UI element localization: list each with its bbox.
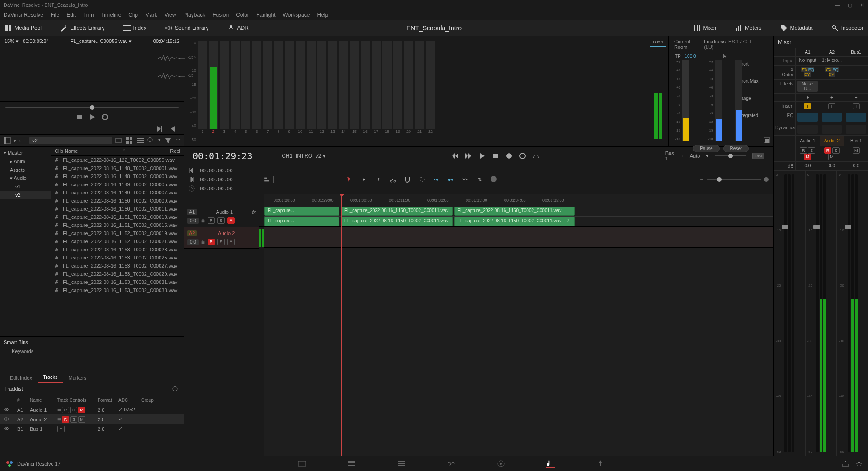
- timeline-name[interactable]: _CH1_INTRO_v2: [278, 153, 321, 159]
- record-button[interactable]: [505, 152, 513, 160]
- track-a1-arm[interactable]: R: [208, 217, 215, 224]
- bin-dropdown[interactable]: ▾: [14, 138, 16, 144]
- mixer-eq-1[interactable]: [820, 111, 844, 123]
- loudness-reset-button[interactable]: Reset: [723, 145, 749, 152]
- monitor-volume-slider[interactable]: [715, 155, 746, 156]
- flag-tool[interactable]: ▪▾: [433, 176, 440, 183]
- metadata-button[interactable]: Metadata: [780, 24, 813, 32]
- clip-row[interactable]: FL_capture_2022-08-16_1149_T0002_C00005.…: [51, 180, 184, 188]
- track-a1-vol[interactable]: 0.0: [187, 218, 199, 224]
- menu-mark[interactable]: Mark: [145, 12, 157, 18]
- ffwd-button[interactable]: [465, 152, 472, 160]
- tab-markers[interactable]: Markers: [63, 373, 92, 383]
- link-tool[interactable]: [418, 176, 425, 183]
- zoom-slider[interactable]: [707, 179, 761, 180]
- mixer-dynamics-0[interactable]: [795, 123, 820, 135]
- mixer-insert-2[interactable]: I: [844, 102, 868, 111]
- automation-icon[interactable]: [533, 152, 540, 160]
- preview-scrub-slider[interactable]: [5, 107, 179, 108]
- menu-help[interactable]: Help: [317, 12, 328, 18]
- bin-assets[interactable]: Assets: [0, 166, 51, 174]
- index-button[interactable]: Index: [123, 24, 146, 32]
- lock-icon[interactable]: [201, 218, 205, 223]
- page-color[interactable]: [496, 459, 505, 468]
- clip-row[interactable]: FL_capture_2022-08-16_1148_T0002_C00001.…: [51, 164, 184, 172]
- selection-tool[interactable]: [346, 176, 353, 183]
- clip-row[interactable]: FL_capture_2022-08-16_1150_T0002_C00011.…: [51, 205, 184, 213]
- loop-button[interactable]: [101, 113, 108, 121]
- wave-tool[interactable]: [462, 176, 469, 183]
- bin-fwd[interactable]: ›: [24, 138, 25, 143]
- mixer-menu[interactable]: ⋯: [858, 39, 863, 45]
- view-list-icon[interactable]: [137, 137, 144, 144]
- stop-button-tl[interactable]: [492, 152, 499, 160]
- view-thumb-icon[interactable]: [126, 137, 133, 144]
- clip-row[interactable]: FL_capture_2022-08-16_1151_T0002_C00015.…: [51, 221, 184, 229]
- mixer-dynamics-2[interactable]: [844, 123, 868, 135]
- play-button-tl[interactable]: [478, 152, 486, 160]
- fader-a1-db[interactable]: 0.0: [795, 162, 820, 170]
- clip-row[interactable]: FL_capture_2022-08-16_1153_T0002_C00029.…: [51, 270, 184, 278]
- fader-a2-db[interactable]: 0.0: [820, 162, 844, 170]
- menu-view[interactable]: View: [165, 12, 176, 18]
- tracklist-search-icon[interactable]: [172, 386, 179, 393]
- monitor-auto[interactable]: Auto: [690, 153, 700, 159]
- range-tool[interactable]: +: [360, 176, 368, 183]
- clip-row[interactable]: FL_capture_2022-08-16_1152_T0002_C00019.…: [51, 229, 184, 237]
- mixer-eq-2[interactable]: [844, 111, 868, 123]
- bin-path-input[interactable]: [29, 137, 112, 144]
- mixer-add-2[interactable]: +: [844, 94, 868, 101]
- menu-edit[interactable]: Edit: [66, 12, 76, 18]
- menu-fusion[interactable]: Fusion: [212, 12, 229, 18]
- page-edit[interactable]: [397, 459, 406, 468]
- audio-clip[interactable]: FL_capture_2022-08-16_1150_T0002_C00011.…: [454, 217, 575, 226]
- clip-row[interactable]: FL_capture_2022-08-16_122_T0002_C00055.w…: [51, 156, 184, 164]
- prev-button[interactable]: [169, 125, 176, 132]
- next-button[interactable]: [156, 125, 163, 132]
- search-icon[interactable]: [147, 137, 155, 144]
- mixer-dynamics-1[interactable]: [820, 123, 844, 135]
- mixer-input-0[interactable]: No Input: [795, 57, 820, 65]
- menu-playback[interactable]: Playback: [183, 12, 205, 18]
- page-cut[interactable]: [347, 459, 356, 468]
- track-a1-fx[interactable]: fx: [252, 209, 256, 215]
- track-a2-name[interactable]: Audio 2: [218, 231, 235, 236]
- clip-row[interactable]: FL_capture_2022-08-16_1153_T0002_C00027.…: [51, 262, 184, 270]
- timeline-playhead[interactable]: [341, 194, 342, 456]
- track-a1-lane[interactable]: FL_capture...FL_capture_2022-08-16_1150_…: [264, 206, 773, 227]
- clip-row[interactable]: FL_capture_2022-08-16_1149_T0002_C00007.…: [51, 188, 184, 197]
- home-icon[interactable]: [842, 460, 849, 467]
- mixer-fx-order-2[interactable]: [844, 66, 868, 79]
- timeline-timecode[interactable]: 00:01:29:23: [193, 151, 252, 161]
- search-collapse[interactable]: ▾: [158, 137, 161, 144]
- page-deliver[interactable]: [596, 459, 605, 468]
- track-a2-lane[interactable]: [264, 227, 773, 248]
- audio-clip[interactable]: FL_capture_2022-08-16_1150_T0002_C00011.…: [341, 207, 453, 216]
- menu-fairlight[interactable]: Fairlight: [256, 12, 276, 18]
- dim-button[interactable]: DIM: [752, 153, 764, 159]
- mixer-col-a2[interactable]: A2: [820, 48, 844, 56]
- audio-clip[interactable]: FL_capture_2022-08-16_1150_T0002_C00011.…: [341, 217, 453, 226]
- clock-icon[interactable]: [188, 185, 195, 192]
- skip-back-icon[interactable]: [188, 167, 195, 174]
- mixer-button[interactable]: Mixer: [693, 24, 717, 32]
- bin-anim[interactable]: ▸ Anim: [0, 157, 51, 166]
- mixer-effects-2[interactable]: [844, 80, 868, 93]
- clip-row[interactable]: FL_capture_2022-08-16_1148_T0002_C00003.…: [51, 172, 184, 180]
- track-a1-mute[interactable]: M: [227, 217, 235, 224]
- track-a2-mute[interactable]: M: [227, 239, 235, 245]
- cut-tool[interactable]: [389, 176, 396, 183]
- track-a1-solo[interactable]: S: [217, 217, 225, 224]
- track-a2-solo[interactable]: S: [217, 239, 225, 245]
- clip-row[interactable]: FL_capture_2022-08-16_1153_T0002_C00033.…: [51, 286, 184, 294]
- page-fusion[interactable]: [447, 459, 456, 468]
- loudness-menu[interactable]: ⋯: [715, 44, 720, 50]
- mixer-effects-0[interactable]: Noise R...: [795, 80, 820, 93]
- menu-color[interactable]: Color: [236, 12, 249, 18]
- view-filmstrip-icon[interactable]: [115, 137, 122, 144]
- audio-clip[interactable]: FL_capture...: [264, 217, 339, 226]
- preview-clip-name[interactable]: FL_capture...C00055.wav: [71, 38, 127, 44]
- tracklist-row-a1[interactable]: A1Audio 1RSM2.0✓ 9752: [0, 405, 184, 414]
- page-media[interactable]: [297, 459, 307, 468]
- track-a1-name[interactable]: Audio 1: [216, 209, 233, 215]
